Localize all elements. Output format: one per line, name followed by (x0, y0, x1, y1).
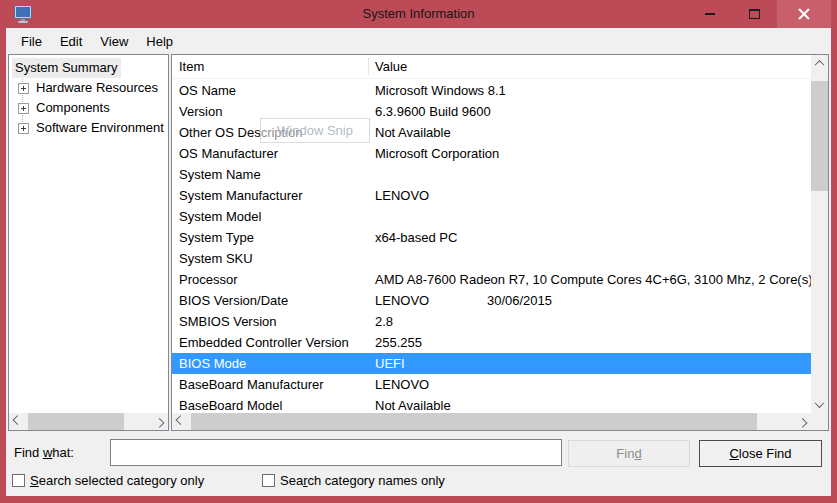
tree-item-label: Software Environment (36, 118, 164, 138)
minimize-button[interactable] (687, 0, 732, 28)
item-cell: System Manufacturer (172, 185, 368, 206)
menu-edit[interactable]: Edit (51, 32, 91, 51)
table-row[interactable]: BaseBoard ModelNot Available (172, 395, 811, 413)
table-row[interactable]: OS NameMicrosoft Windows 8.1 (172, 80, 811, 101)
value-cell: Not Available (368, 122, 811, 143)
table-row[interactable]: System Model (172, 206, 811, 227)
scroll-up-arrow-icon[interactable] (811, 55, 828, 72)
menu-view[interactable]: View (91, 32, 137, 51)
table-row[interactable]: System Typex64-based PC (172, 227, 811, 248)
window-border-left (0, 28, 6, 503)
table-row[interactable]: BIOS Version/DateLENOVO 30/06/2015 (172, 290, 811, 311)
search-category-names-checkbox[interactable] (262, 474, 275, 487)
list-horizontal-scrollbar[interactable] (172, 413, 811, 430)
scroll-left-arrow-icon[interactable] (172, 413, 189, 430)
value-cell: LENOVO (368, 185, 811, 206)
table-row[interactable]: BaseBoard ManufacturerLENOVO (172, 374, 811, 395)
scrollbar-thumb[interactable] (191, 413, 757, 430)
find-input[interactable] (110, 439, 562, 466)
table-row[interactable]: Embedded Controller Version255.255 (172, 332, 811, 353)
window-snip-ghost-tooltip: Window Snip (260, 118, 370, 143)
table-row[interactable]: OS ManufacturerMicrosoft Corporation (172, 143, 811, 164)
value-cell (368, 248, 811, 269)
tree-item-components[interactable]: Components (9, 98, 168, 118)
value-cell (368, 164, 811, 185)
tree-item-label: Hardware Resources (36, 78, 158, 98)
search-selected-category-checkbox[interactable] (12, 474, 25, 487)
window-border-right (831, 28, 837, 503)
title-bar: System Information (0, 0, 837, 28)
table-row[interactable]: SMBIOS Version2.8 (172, 311, 811, 332)
value-cell: 6.3.9600 Build 9600 (368, 101, 811, 122)
scrollbar-thumb[interactable] (28, 413, 124, 430)
close-icon (798, 8, 810, 20)
search-selected-category-label[interactable]: Search selected category only (30, 472, 204, 489)
scroll-down-arrow-icon[interactable] (811, 396, 828, 413)
list-header: Item Value (172, 55, 811, 79)
menu-help[interactable]: Help (137, 32, 182, 51)
item-cell: BIOS Version/Date (172, 290, 368, 311)
item-cell: BaseBoard Model (172, 395, 368, 413)
value-cell: AMD A8-7600 Radeon R7, 10 Compute Cores … (368, 269, 811, 290)
tree-item-label: Components (36, 98, 110, 118)
item-cell: System Model (172, 206, 368, 227)
close-button[interactable] (777, 0, 831, 28)
value-cell: UEFI (368, 353, 811, 374)
table-row[interactable]: ProcessorAMD A8-7600 Radeon R7, 10 Compu… (172, 269, 811, 290)
item-cell: Processor (172, 269, 368, 290)
value-cell: Microsoft Corporation (368, 143, 811, 164)
item-cell: OS Name (172, 80, 368, 101)
item-cell: BaseBoard Manufacturer (172, 374, 368, 395)
table-row[interactable]: System SKU (172, 248, 811, 269)
category-tree: System SummaryHardware ResourcesComponen… (8, 54, 169, 431)
value-cell: x64-based PC (368, 227, 811, 248)
menu-bar: File Edit View Help (6, 28, 831, 54)
item-cell: System Type (172, 227, 368, 248)
item-cell: System SKU (172, 248, 368, 269)
details-list: Item Value OS NameMicrosoft Windows 8.1V… (171, 54, 829, 431)
item-cell: System Name (172, 164, 368, 185)
scrollbar-corner (811, 413, 828, 430)
table-row[interactable]: BIOS ModeUEFI (172, 353, 811, 374)
column-header-value[interactable]: Value (375, 55, 407, 78)
tree-item-label: System Summary (12, 58, 121, 78)
value-cell: LENOVO (368, 374, 811, 395)
scroll-right-arrow-icon[interactable] (794, 413, 811, 430)
list-vertical-scrollbar[interactable] (811, 55, 828, 413)
value-cell: LENOVO 30/06/2015 (368, 290, 811, 311)
search-category-names-label[interactable]: Search category names only (280, 472, 445, 489)
table-row[interactable]: System Name (172, 164, 811, 185)
tree-item-system-summary[interactable]: System Summary (9, 58, 168, 78)
column-header-item[interactable]: Item (179, 55, 204, 78)
value-cell: 255.255 (368, 332, 811, 353)
system-information-window: System Information File Edit View Help S… (0, 0, 837, 503)
scroll-right-arrow-icon[interactable] (151, 413, 168, 430)
tree-item-software-environment[interactable]: Software Environment (9, 118, 168, 138)
find-what-label: Find what: (14, 445, 74, 460)
value-cell: Not Available (368, 395, 811, 413)
find-button[interactable]: Find (568, 440, 690, 467)
maximize-button[interactable] (732, 0, 777, 28)
expand-plus-icon[interactable] (18, 103, 29, 114)
maximize-icon (749, 9, 760, 19)
item-cell: BIOS Mode (172, 353, 368, 374)
menu-file[interactable]: File (12, 32, 51, 51)
item-cell: Embedded Controller Version (172, 332, 368, 353)
value-cell: 2.8 (368, 311, 811, 332)
scrollbar-thumb[interactable] (811, 81, 828, 191)
item-cell: OS Manufacturer (172, 143, 368, 164)
scroll-left-arrow-icon[interactable] (9, 413, 26, 430)
table-row[interactable]: System ManufacturerLENOVO (172, 185, 811, 206)
minimize-icon (705, 13, 715, 15)
expand-plus-icon[interactable] (18, 83, 29, 94)
tree-item-hardware-resources[interactable]: Hardware Resources (9, 78, 168, 98)
tree-horizontal-scrollbar[interactable] (9, 413, 168, 430)
close-find-button[interactable]: Close Find (699, 440, 822, 467)
window-border-bottom (0, 496, 837, 503)
expand-plus-icon[interactable] (18, 123, 29, 134)
value-cell (368, 206, 811, 227)
value-cell: Microsoft Windows 8.1 (368, 80, 811, 101)
item-cell: SMBIOS Version (172, 311, 368, 332)
column-divider[interactable] (368, 58, 369, 75)
